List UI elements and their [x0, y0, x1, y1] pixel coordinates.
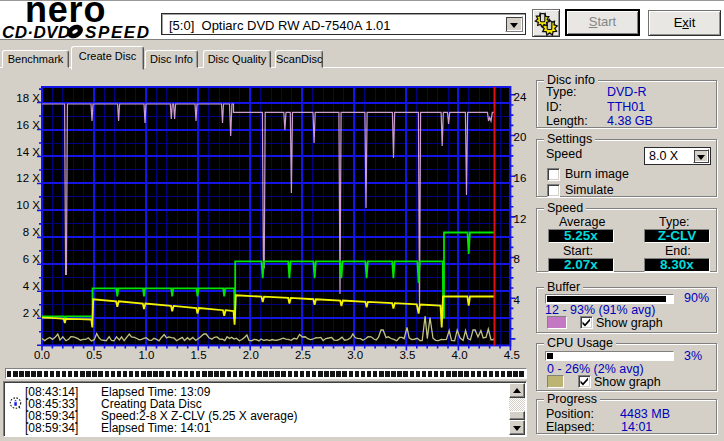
svg-text:2.0: 2.0	[243, 349, 259, 361]
svg-text:8: 8	[514, 253, 520, 265]
svg-text:12: 12	[514, 213, 527, 225]
svg-text:6 X: 6 X	[23, 253, 41, 265]
svg-text:14 X: 14 X	[16, 146, 40, 158]
svg-text:20: 20	[514, 131, 527, 143]
svg-text:4.5: 4.5	[504, 349, 520, 361]
svg-text:8 X: 8 X	[23, 226, 41, 238]
svg-text:16 X: 16 X	[16, 119, 40, 131]
svg-text:24: 24	[514, 91, 527, 103]
svg-text:1.0: 1.0	[138, 349, 154, 361]
svg-text:12 X: 12 X	[16, 172, 40, 184]
svg-text:4 X: 4 X	[23, 280, 41, 292]
svg-text:1.5: 1.5	[191, 349, 207, 361]
svg-text:0.5: 0.5	[86, 349, 102, 361]
svg-text:CD·DVD: CD·DVD	[2, 24, 71, 40]
svg-text:0.0: 0.0	[34, 349, 50, 361]
svg-text:2.5: 2.5	[295, 349, 311, 361]
svg-text:18 X: 18 X	[16, 92, 40, 104]
svg-text:4.0: 4.0	[452, 349, 468, 361]
svg-text:3.0: 3.0	[347, 349, 363, 361]
svg-text:4: 4	[514, 294, 521, 306]
svg-text:16: 16	[514, 172, 527, 184]
svg-text:10 X: 10 X	[16, 199, 40, 211]
svg-text:SPEED: SPEED	[85, 24, 150, 40]
svg-text:2 X: 2 X	[23, 307, 41, 319]
svg-text:3.5: 3.5	[399, 349, 415, 361]
